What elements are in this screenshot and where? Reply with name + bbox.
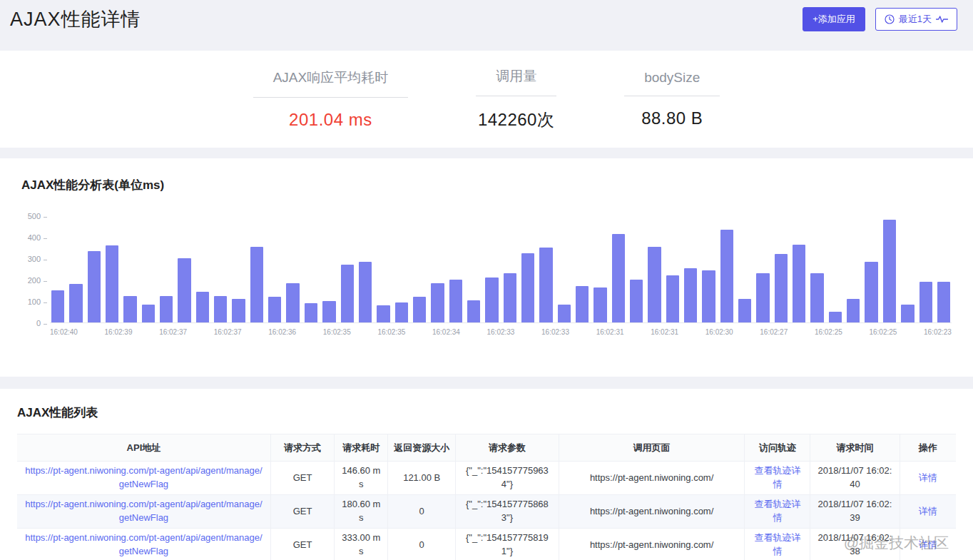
cell-action: 详情	[900, 462, 956, 495]
chart-bar	[919, 282, 932, 322]
cell-body_size: 0	[388, 495, 456, 529]
api-link[interactable]: https://pt-agent.niwoning.com/pt-agent/a…	[25, 465, 262, 489]
chart-bar	[793, 245, 805, 323]
cell-body_size: 121.00 B	[388, 462, 456, 495]
action-link[interactable]: 详情	[919, 472, 937, 483]
chart-bar	[106, 245, 118, 322]
table-head-row: API地址请求方式请求耗时返回资源大小请求参数调用页面访问轨迹请求时间操作	[17, 434, 956, 462]
chart-y-axis: 0100200300400500	[21, 216, 50, 323]
cell-api: https://pt-agent.niwoning.com/pt-agent/a…	[17, 529, 270, 560]
x-tick-label: 16:02:33	[541, 328, 569, 336]
cell-duration: 333.00 ms	[335, 529, 388, 560]
cell-page: https://pt-agent.niwoning.com/	[559, 495, 745, 529]
table-row: https://pt-agent.niwoning.com/pt-agent/a…	[17, 462, 956, 495]
x-tick-label: 16:02:31	[596, 328, 624, 336]
stat-label: 调用量	[476, 67, 556, 96]
trace-link[interactable]: 查看轨迹详情	[754, 465, 800, 489]
x-tick-label: 16:02:25	[815, 328, 842, 336]
chart-bar	[937, 282, 950, 322]
chart-bar	[322, 301, 335, 322]
x-tick-label: 16:02:23	[924, 328, 952, 336]
chart-bar	[305, 303, 317, 322]
x-tick-label: 16:02:34	[432, 328, 460, 336]
trace-link[interactable]: 查看轨迹详情	[754, 532, 800, 556]
cell-trace: 查看轨迹详情	[745, 462, 810, 495]
x-tick-label: 16:02:37	[159, 328, 187, 336]
chart-bar	[883, 220, 896, 322]
y-tick-label: 300	[28, 255, 47, 263]
stat-body-size[interactable]: bodySize 88.80 B	[624, 70, 720, 128]
chart-bar	[142, 305, 155, 323]
api-link[interactable]: https://pt-agent.niwoning.com/pt-agent/a…	[25, 532, 262, 556]
trace-link[interactable]: 查看轨迹详情	[754, 499, 800, 523]
chart-bar	[810, 273, 823, 322]
chart-bar	[612, 234, 625, 323]
time-range-label: 最近1天	[899, 13, 932, 26]
chart-bar	[666, 275, 679, 322]
api-link[interactable]: https://pt-agent.niwoning.com/pt-agent/a…	[25, 499, 262, 523]
add-app-button[interactable]: +添加应用	[803, 7, 865, 31]
x-tick-label: 16:02:36	[268, 328, 296, 336]
chart-x-labels: 16:02:4016:02:3916:02:3716:02:3716:02:36…	[50, 328, 952, 336]
chart-bar	[359, 262, 372, 323]
chart-bar	[341, 265, 354, 322]
cell-method: GET	[270, 529, 334, 560]
chart-bar	[69, 284, 82, 322]
x-tick-label: 16:02:40	[50, 328, 78, 336]
x-tick-label: 16:02:31	[651, 328, 678, 336]
chart-title: AJAX性能分析表(单位ms)	[21, 177, 952, 193]
action-link[interactable]: 详情	[919, 506, 937, 516]
cell-time: 2018/11/07 16:02:38	[810, 529, 900, 560]
cell-body_size: 0	[388, 529, 456, 560]
chart-bar	[449, 280, 462, 322]
chart-bar	[178, 258, 190, 322]
cell-params: {"_":"1541577758683"}	[456, 495, 559, 529]
stat-value: 88.80 B	[624, 108, 720, 128]
cell-time: 2018/11/07 16:02:39	[810, 495, 900, 529]
chart-bar	[214, 296, 227, 323]
chart-bar	[196, 292, 209, 323]
chart-bar	[558, 305, 571, 323]
cell-time: 2018/11/07 16:02:40	[810, 462, 900, 495]
chart-bar	[395, 302, 408, 323]
chart-bar	[250, 247, 263, 323]
chart-card: AJAX性能分析表(单位ms) 0100200300400500 16:02:4…	[0, 158, 973, 377]
y-tick-label: 200	[28, 276, 47, 285]
table-body: https://pt-agent.niwoning.com/pt-agent/a…	[17, 462, 956, 560]
cell-action: 详情	[900, 495, 956, 529]
x-tick-label: 16:02:37	[214, 328, 242, 336]
chart-bar	[377, 305, 389, 322]
column-header-body_size: 返回资源大小	[388, 434, 456, 462]
column-header-api: API地址	[17, 434, 270, 462]
cell-params: {"_":"1541577758191"}	[456, 529, 559, 560]
pulse-icon	[936, 15, 948, 24]
chart-bar	[160, 296, 173, 323]
chart-bar	[648, 247, 661, 323]
y-tick-label: 100	[28, 297, 47, 306]
stat-value: 201.04 ms	[253, 110, 409, 130]
cell-method: GET	[270, 495, 334, 529]
clock-icon	[885, 14, 895, 24]
table-card: AJAX性能列表 API地址请求方式请求耗时返回资源大小请求参数调用页面访问轨迹…	[0, 389, 973, 560]
stats-card: AJAX响应平均耗时 201.04 ms 调用量 142260次 bodySiz…	[0, 51, 973, 148]
chart-bar	[431, 283, 444, 323]
stat-avg-response-time[interactable]: AJAX响应平均耗时 201.04 ms	[253, 68, 409, 130]
cell-duration: 146.60 ms	[335, 462, 388, 495]
column-header-params: 请求参数	[456, 434, 559, 462]
time-range-button[interactable]: 最近1天	[875, 8, 957, 31]
cell-api: https://pt-agent.niwoning.com/pt-agent/a…	[17, 462, 270, 495]
table-row: https://pt-agent.niwoning.com/pt-agent/a…	[17, 495, 956, 529]
chart-bar	[504, 273, 516, 322]
y-tick-label: 400	[28, 233, 47, 242]
chart-bar	[576, 286, 589, 322]
topbar: AJAX性能详情 +添加应用 最近1天	[0, 0, 973, 41]
chart-bar	[702, 270, 715, 323]
stat-call-count[interactable]: 调用量 142260次	[476, 67, 556, 131]
action-link[interactable]: 详情	[919, 539, 937, 550]
chart-plot: 16:02:4016:02:3916:02:3716:02:3716:02:36…	[50, 216, 952, 336]
chart-bar	[485, 278, 498, 322]
cell-api: https://pt-agent.niwoning.com/pt-agent/a…	[17, 495, 270, 529]
table-row: https://pt-agent.niwoning.com/pt-agent/a…	[17, 529, 956, 560]
x-tick-label: 16:02:33	[487, 328, 515, 336]
chart-bar	[539, 248, 552, 322]
